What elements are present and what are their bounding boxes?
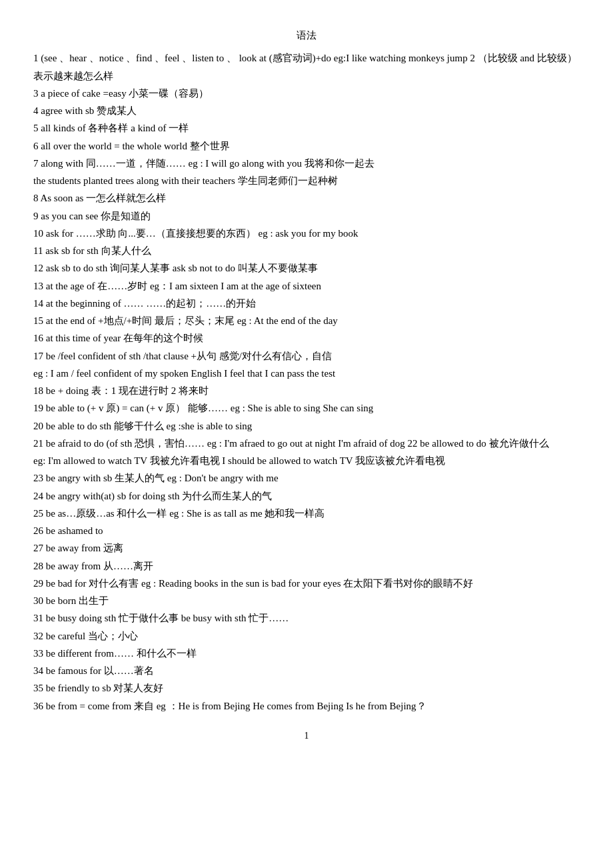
- content-line: 18 be + doing 表：1 现在进行时 2 将来时: [33, 382, 580, 399]
- content-line: 3 a piece of cake =easy 小菜一碟（容易）: [33, 85, 580, 102]
- content-line: 27 be away from 远离: [33, 539, 580, 557]
- content-line: 16 at this time of year 在每年的这个时候: [33, 329, 580, 347]
- content-line: eg : I am / feel confident of my spoken …: [33, 365, 580, 382]
- main-content: 1 (see 、hear 、notice 、find 、feel 、listen…: [33, 49, 580, 715]
- content-line: 15 at the end of +地点/+时间 最后；尽头；末尾 eg : A…: [33, 312, 580, 329]
- content-line: 33 be different from…… 和什么不一样: [33, 645, 580, 662]
- content-line: 9 as you can see 你是知道的: [33, 207, 580, 225]
- content-line: 21 be afraid to do (of sth 恐惧，害怕…… eg : …: [33, 435, 580, 452]
- content-line: 8 As soon as 一怎么样就怎么样: [33, 189, 580, 207]
- content-line: 1 (see 、hear 、notice 、find 、feel 、listen…: [33, 49, 580, 85]
- content-line: 23 be angry with sb 生某人的气 eg : Don't be …: [33, 469, 580, 487]
- content-line: 25 be as…原级…as 和什么一样 eg : She is as tall…: [33, 505, 580, 522]
- content-line: 32 be careful 当心；小心: [33, 627, 580, 645]
- content-line: 34 be famous for 以……著名: [33, 662, 580, 679]
- content-line: 4 agree with sb 赞成某人: [33, 102, 580, 119]
- content-line: eg: I'm allowed to watch TV 我被允许看电视 I sh…: [33, 452, 580, 469]
- content-line: 11 ask sb for sth 向某人什么: [33, 242, 580, 259]
- page-number: 1: [33, 728, 580, 745]
- content-line: 29 be bad for 对什么有害 eg : Reading books i…: [33, 575, 580, 592]
- content-line: 17 be /feel confident of sth /that claus…: [33, 347, 580, 365]
- content-line: 7 along with 同……一道，伴随…… eg : I will go a…: [33, 155, 580, 172]
- content-line: 14 at the beginning of …… ……的起初；……的开始: [33, 295, 580, 312]
- content-line: 28 be away from 从……离开: [33, 557, 580, 575]
- content-line: 10 ask for ……求助 向...要…（直接接想要的东西） eg : as…: [33, 225, 580, 242]
- content-line: 6 all over the world = the whole world 整…: [33, 137, 580, 155]
- content-line: 13 at the age of 在……岁时 eg：I am sixteen I…: [33, 277, 580, 295]
- content-line: 24 be angry with(at) sb for doing sth 为什…: [33, 487, 580, 505]
- content-line: 20 be able to do sth 能够干什么 eg :she is ab…: [33, 417, 580, 435]
- content-line: 12 ask sb to do sth 询问某人某事 ask sb not to…: [33, 259, 580, 277]
- content-line: 26 be ashamed to: [33, 522, 580, 539]
- page-title: 语法: [33, 27, 580, 44]
- content-line: 31 be busy doing sth 忙于做什么事 be busy with…: [33, 609, 580, 627]
- content-line: 35 be friendly to sb 对某人友好: [33, 679, 580, 697]
- content-line: 5 all kinds of 各种各样 a kind of 一样: [33, 119, 580, 137]
- content-line: 19 be able to (+ v 原) = can (+ v 原） 能够………: [33, 399, 580, 417]
- content-line: 30 be born 出生于: [33, 592, 580, 609]
- content-line: 36 be from = come from 来自 eg ：He is from…: [33, 697, 580, 715]
- content-line: the students planted trees along with th…: [33, 172, 580, 189]
